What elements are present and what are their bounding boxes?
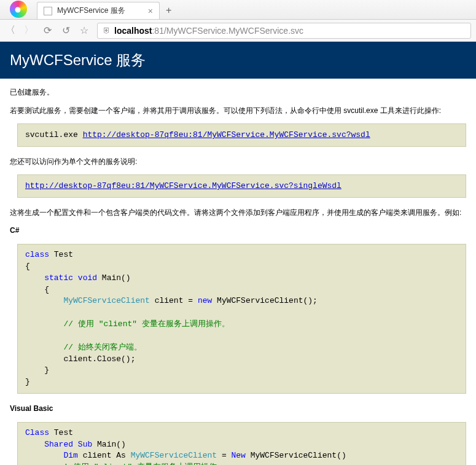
shield-icon: ⛨	[103, 26, 111, 35]
cmd-prefix: svcutil.exe	[25, 130, 83, 139]
reload-button[interactable]: ⟳	[42, 25, 53, 36]
star-icon[interactable]: ☆	[79, 25, 90, 36]
single-wsdl-link[interactable]: http://desktop-87qf8eu:81/MyWCFService.M…	[25, 181, 341, 190]
wsdl-link[interactable]: http://desktop-87qf8eu:81/MyWCFService.M…	[83, 130, 370, 139]
svcutil-command-box: svcutil.exe http://desktop-87qf8eu:81/My…	[17, 123, 466, 147]
address-bar[interactable]: ⛨ localhost:81/MyWCFService.MyWCFService…	[97, 23, 471, 39]
single-wsdl-box: http://desktop-87qf8eu:81/MyWCFService.M…	[17, 174, 466, 198]
browser-tab[interactable]: MyWCFService 服务 ×	[37, 2, 160, 19]
undo-button[interactable]: ↺	[60, 25, 71, 36]
tab-title: MyWCFService 服务	[57, 6, 125, 16]
swirl-icon	[10, 1, 27, 18]
page-content: 已创建服务。 若要测试此服务，需要创建一个客户端，并将其用于调用该服务。可以使用…	[0, 79, 476, 465]
url-path: :81/MyWCFService.MyWCFService.svc	[152, 26, 303, 36]
created-text: 已创建服务。	[10, 86, 466, 100]
csharp-code-box: class Test { static void Main() { MyWCFS…	[17, 244, 466, 394]
new-tab-button[interactable]: +	[160, 2, 178, 19]
url-text: localhost:81/MyWCFService.MyWCFService.s…	[114, 26, 303, 36]
page-title: MyWCFService 服务	[0, 42, 476, 79]
back-button[interactable]: 〈	[5, 24, 16, 37]
browser-toolbar: 〈 〉 ⟳ ↺ ☆ ⛨ localhost:81/MyWCFService.My…	[0, 20, 476, 42]
single-file-text: 您还可以访问作为单个文件的服务说明:	[10, 155, 466, 169]
url-host: localhost	[114, 26, 152, 36]
instruction-text: 若要测试此服务，需要创建一个客户端，并将其用于调用该服务。可以使用下列语法，从命…	[10, 104, 466, 118]
generate-text: 这将生成一个配置文件和一个包含客户端类的代码文件。请将这两个文件添加到客户端应用…	[10, 206, 466, 220]
forward-button[interactable]: 〉	[23, 24, 34, 37]
browser-tab-bar: MyWCFService 服务 × +	[0, 0, 476, 20]
page-icon	[44, 7, 52, 15]
vb-code-box: Class Test Shared Sub Main() Dim client …	[17, 422, 466, 465]
close-icon[interactable]: ×	[148, 6, 153, 16]
browser-logo	[0, 0, 37, 19]
vb-heading: Visual Basic	[10, 402, 466, 416]
csharp-heading: C#	[10, 224, 466, 238]
